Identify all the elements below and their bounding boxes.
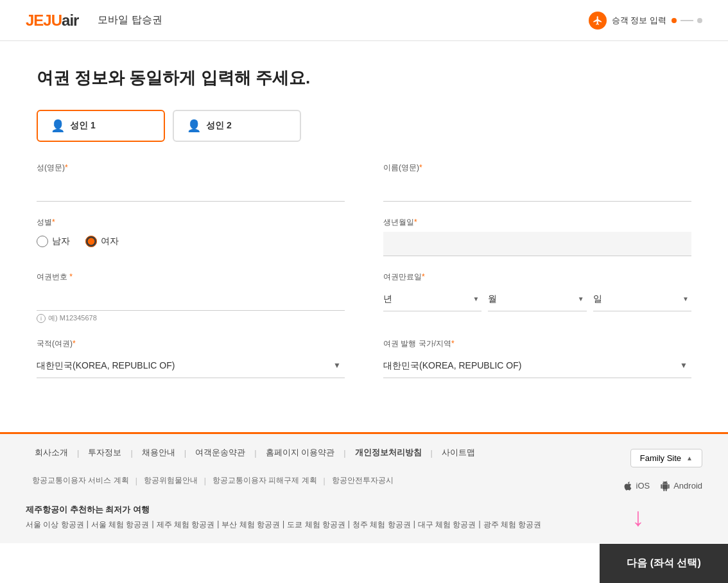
footer-nav: 회사소개 | 투자정보 | 채용안내 | 여객운송약관 | 홈페이지 이용약관 … <box>26 447 484 458</box>
gender-male-label: 남자 <box>52 236 70 247</box>
passport-no-group: 여권번호 * i 예) M12345678 <box>37 272 345 323</box>
header-step-info: 승객 정보 입력 <box>589 12 702 30</box>
apple-icon <box>623 481 633 491</box>
expiry-year-select[interactable]: 년 <box>383 286 481 311</box>
travel-link-7[interactable]: 광주 체험 항공권 <box>483 519 542 530</box>
footer-nav-terms[interactable]: 여객운송약관 <box>186 447 254 458</box>
nationality-select[interactable]: 대한민국(KOREA, REPUBLIC OF) <box>37 353 345 378</box>
gender-label: 성별* <box>37 217 345 228</box>
expiry-month-select[interactable]: 월 <box>488 286 586 311</box>
travel-link-5[interactable]: 청주 체험 항공권 <box>352 519 411 530</box>
footer-link-2[interactable]: 항공위험물안내 <box>137 475 204 486</box>
android-icon <box>660 481 670 491</box>
family-site-button[interactable]: Family Site ▲ <box>630 449 702 467</box>
tab-1-label-wrap: 성인 1 <box>70 120 96 132</box>
dob-input[interactable] <box>383 232 691 256</box>
step-progress <box>672 18 702 23</box>
last-name-label: 성(영문)* <box>37 162 345 173</box>
nationality-label: 국적(여권)* <box>37 338 345 349</box>
passenger-tab-1[interactable]: 👤 성인 1 <box>37 110 165 142</box>
person-icon-2: 👤 <box>187 119 201 133</box>
expiry-day-wrap: 일 ▼ <box>593 286 691 311</box>
family-site-arrow: ▲ <box>686 455 693 462</box>
passport-expiry-label: 여권만료일* <box>383 272 691 283</box>
footer-travel-links: 서울 이상 항공권 | 서울 체험 항공권 | 제주 체험 항공권 | 부산 체… <box>26 519 702 530</box>
passport-expiry-group: 여권만료일* 년 ▼ 월 ▼ 일 <box>383 272 691 323</box>
footer-nav-sitemap[interactable]: 사이트맵 <box>433 447 484 458</box>
tab-2-label: 성인 2 <box>206 120 232 132</box>
nationality-group: 국적(여권)* 대한민국(KOREA, REPUBLIC OF) ▼ <box>37 338 345 378</box>
page-title: 여권 정보와 동일하게 입력해 주세요. <box>37 67 691 89</box>
travel-link-4[interactable]: 도쿄 체험 항공권 <box>287 519 345 530</box>
family-site-label: Family Site <box>640 453 681 463</box>
site-footer: 회사소개 | 투자정보 | 채용안내 | 여객운송약관 | 홈페이지 이용약관 … <box>0 432 728 543</box>
footer-link-3[interactable]: 항공교통이용자 피해구제 계획 <box>206 475 324 486</box>
passenger-tab-2[interactable]: 👤 성인 2 <box>173 110 301 142</box>
last-name-input[interactable] <box>37 177 345 202</box>
footer-nav-privacy[interactable]: 개인정보처리방침 <box>346 447 431 458</box>
footer-link-4[interactable]: 항공안전투자공시 <box>325 475 400 486</box>
step-dot-1 <box>672 18 677 23</box>
tab-2-label-wrap: 성인 2 <box>206 120 232 132</box>
passenger-form: 성(영문)* 이름(영문)* 성별* 남자 여자 <box>37 162 691 394</box>
travel-link-0[interactable]: 서울 이상 항공권 <box>26 519 84 530</box>
expiry-year-wrap: 년 ▼ <box>383 286 481 311</box>
footer-links: 항공교통이용자 서비스 계획 | 항공위험물안내 | 항공교통이용자 피해구제 … <box>26 475 400 486</box>
ios-app-link[interactable]: iOS <box>623 481 650 491</box>
passport-country-label: 여권 발행 국가/지역* <box>383 338 691 349</box>
gender-male-option[interactable]: 남자 <box>37 236 70 247</box>
last-name-group: 성(영문)* <box>37 162 345 202</box>
first-name-label: 이름(영문)* <box>383 162 691 173</box>
ios-label: iOS <box>636 481 650 491</box>
gender-female-radio[interactable] <box>85 236 97 247</box>
gender-female-option[interactable]: 여자 <box>85 236 119 247</box>
main-content: 여권 정보와 동일하게 입력해 주세요. 👤 성인 1 👤 성인 2 성(영문)… <box>11 41 717 432</box>
expiry-month-wrap: 월 ▼ <box>488 286 586 311</box>
travel-link-6[interactable]: 대구 체험 항공권 <box>418 519 476 530</box>
dob-label: 생년월일* <box>383 217 691 228</box>
footer-nav-recruit[interactable]: 채용안내 <box>133 447 184 458</box>
step-plane-icon <box>589 12 607 30</box>
travel-link-3[interactable]: 부산 체험 항공권 <box>221 519 280 530</box>
travel-link-1[interactable]: 서울 체험 항공권 <box>91 519 150 530</box>
first-name-input[interactable] <box>383 177 691 202</box>
footer-nav-company[interactable]: 회사소개 <box>26 447 77 458</box>
footer-recommend-title: 제주항공이 추천하는 최저가 여행 <box>26 504 702 516</box>
expiry-date-selects: 년 ▼ 월 ▼ 일 ▼ <box>383 286 691 311</box>
passport-country-select[interactable]: 대한민국(KOREA, REPUBLIC OF) <box>383 353 691 378</box>
footer-recommend-section: 제주항공이 추천하는 최저가 여행 서울 이상 항공권 | 서울 체험 항공권 … <box>26 504 702 530</box>
expiry-day-select[interactable]: 일 <box>593 286 691 311</box>
passenger-tabs: 👤 성인 1 👤 성인 2 <box>37 110 691 142</box>
android-label: Android <box>673 481 702 491</box>
passport-hint: i 예) M12345678 <box>37 313 345 323</box>
passport-country-select-wrap: 대한민국(KOREA, REPUBLIC OF) ▼ <box>383 353 691 378</box>
gender-female-label: 여자 <box>101 236 119 247</box>
step-label: 승객 정보 입력 <box>612 15 666 26</box>
hint-icon: i <box>37 314 46 323</box>
step-connector <box>680 20 693 21</box>
tab-1-label: 성인 1 <box>70 120 96 132</box>
logo: JEJUair <box>26 12 78 30</box>
android-app-link[interactable]: Android <box>660 481 702 491</box>
travel-link-2[interactable]: 제주 체험 항공권 <box>157 519 215 530</box>
footer-apps: iOS Android <box>623 481 702 491</box>
app-header: JEJUair 모바일 탑승권 승객 정보 입력 <box>0 0 728 41</box>
dob-group: 생년월일* <box>383 217 691 256</box>
gender-male-radio[interactable] <box>37 236 48 247</box>
passport-no-input[interactable] <box>37 286 345 311</box>
nationality-select-wrap: 대한민국(KOREA, REPUBLIC OF) ▼ <box>37 353 345 378</box>
gender-radio-group: 남자 여자 <box>37 232 345 247</box>
footer-nav-invest[interactable]: 투자정보 <box>79 447 130 458</box>
first-name-group: 이름(영문)* <box>383 162 691 202</box>
footer-links-row: 항공교통이용자 서비스 계획 | 항공위험물안내 | 항공교통이용자 피해구제 … <box>26 475 702 496</box>
passport-no-label: 여권번호 * <box>37 272 345 283</box>
person-icon-1: 👤 <box>51 119 65 133</box>
gender-group: 성별* 남자 여자 <box>37 217 345 256</box>
footer-right: Family Site ▲ <box>630 449 702 467</box>
footer-nav-usage[interactable]: 홈페이지 이용약관 <box>257 447 344 458</box>
passport-country-group: 여권 발행 국가/지역* 대한민국(KOREA, REPUBLIC OF) ▼ <box>383 338 691 378</box>
footer-nav-row: 회사소개 | 투자정보 | 채용안내 | 여객운송약관 | 홈페이지 이용약관 … <box>26 447 702 469</box>
step-dot-2 <box>697 18 702 23</box>
header-nav-label: 모바일 탑승권 <box>98 13 162 27</box>
footer-link-1[interactable]: 항공교통이용자 서비스 계획 <box>26 475 135 486</box>
